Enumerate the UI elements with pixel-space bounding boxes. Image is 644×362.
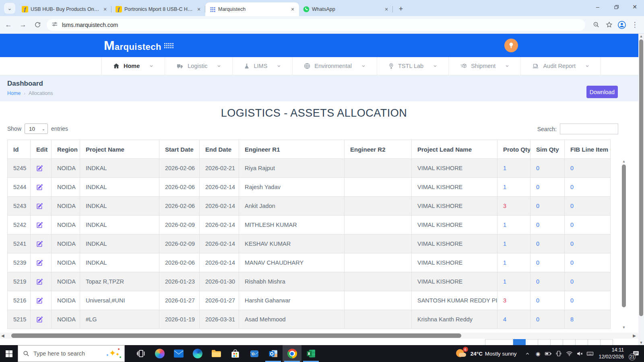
copilot-app-icon[interactable]	[150, 345, 169, 362]
cell-sim-qty[interactable]: 0	[530, 310, 565, 329]
site-info-icon[interactable]	[52, 21, 58, 29]
cell-proto-qty[interactable]: 1	[497, 159, 530, 178]
edge-app-icon[interactable]	[188, 345, 207, 362]
cell-fib-qty[interactable]: 0	[565, 159, 611, 178]
cell-fib-qty[interactable]: 8	[565, 310, 611, 329]
browser-menu-icon[interactable]: ⋮	[629, 19, 641, 31]
edit-icon[interactable]	[31, 216, 52, 234]
scroll-left-icon[interactable]: ◀	[1, 333, 4, 338]
outlook-classic-app-icon[interactable]	[264, 345, 283, 362]
column-header-sim-qty[interactable]: Sim Qty	[530, 140, 565, 159]
tab-list-chevron-icon[interactable]: ⌄	[4, 3, 15, 14]
table-vertical-scrollbar[interactable]: ▲ ▼	[621, 159, 627, 330]
tab-close-icon[interactable]: ✕	[102, 6, 108, 12]
pagination-page-button[interactable]	[576, 339, 588, 345]
cell-proto-qty[interactable]: 1	[497, 253, 530, 272]
minimize-button[interactable]: –	[588, 0, 607, 14]
back-icon[interactable]: ←	[2, 19, 14, 31]
edit-icon[interactable]	[31, 178, 52, 197]
pagination-page-button[interactable]	[588, 339, 601, 345]
restore-button[interactable]	[607, 0, 625, 14]
horizontal-scrollbar[interactable]: ◀ ▶	[0, 333, 638, 339]
profile-avatar-icon[interactable]	[616, 19, 628, 31]
horizontal-scrollbar-thumb[interactable]	[11, 333, 461, 338]
forward-icon[interactable]: →	[17, 19, 29, 31]
column-header-project-lead-name[interactable]: Project Lead Name	[412, 140, 497, 159]
scroll-up-icon[interactable]: ▲	[621, 159, 627, 164]
cell-sim-qty[interactable]: 0	[530, 178, 565, 197]
tab-close-icon[interactable]: ✕	[289, 6, 296, 12]
nav-item-lims[interactable]: LIMS	[233, 57, 293, 75]
new-tab-button[interactable]: +	[395, 3, 407, 14]
file-explorer-icon[interactable]	[207, 345, 226, 362]
column-header-end-date[interactable]: End Date	[200, 140, 239, 159]
pagination-previous-button[interactable]	[485, 339, 513, 345]
column-header-proto-qty[interactable]: Proto Qty	[497, 140, 530, 159]
pagination-page-button[interactable]	[538, 339, 551, 345]
cell-fib-qty[interactable]: 0	[565, 291, 611, 310]
column-header-engineer-r1[interactable]: Engineer R1	[239, 140, 345, 159]
cell-sim-qty[interactable]: 0	[530, 272, 565, 291]
cell-fib-qty[interactable]: 0	[565, 253, 611, 272]
column-header-project-name[interactable]: Project Name	[80, 140, 159, 159]
cell-proto-qty[interactable]: 1	[497, 178, 530, 197]
pagination-page-button[interactable]	[526, 339, 538, 345]
bookmark-star-icon[interactable]	[603, 19, 615, 31]
column-header-edit[interactable]: Edit	[31, 140, 52, 159]
taskbar-search-box[interactable]: Type here to search ✦✦✦	[18, 345, 125, 362]
microsoft-store-icon[interactable]	[226, 345, 245, 362]
phone-link-icon[interactable]	[554, 345, 564, 362]
notification-center-button[interactable]: 21	[628, 345, 644, 362]
chrome-app-icon[interactable]	[283, 345, 301, 362]
cell-sim-qty[interactable]: 0	[530, 291, 565, 310]
pagination-page-button[interactable]	[563, 339, 576, 345]
browser-tab-2[interactable]: fPortronics Mport 8 USB-C Hub,✕	[111, 2, 205, 16]
cell-proto-qty[interactable]: 3	[497, 291, 530, 310]
pagination[interactable]	[485, 339, 622, 345]
nav-item-audit-report[interactable]: Audit Report	[521, 57, 601, 75]
edit-icon[interactable]	[31, 253, 52, 272]
scroll-right-icon[interactable]: ▶	[633, 333, 636, 338]
nav-item-home[interactable]: Home	[101, 57, 165, 75]
touch-keyboard-icon[interactable]	[585, 345, 595, 362]
cell-sim-qty[interactable]: 0	[530, 216, 565, 234]
column-header-engineer-r2[interactable]: Engineer R2	[345, 140, 412, 159]
tab-close-icon[interactable]: ✕	[196, 6, 202, 12]
browser-tab-3[interactable]: Marquistech✕	[205, 2, 299, 16]
cell-fib-qty[interactable]: 0	[565, 197, 611, 216]
column-header-region[interactable]: Region	[52, 140, 80, 159]
cell-proto-qty[interactable]: 1	[497, 234, 530, 253]
close-window-button[interactable]: ✕	[625, 0, 644, 14]
tab-close-icon[interactable]: ✕	[383, 6, 390, 12]
column-header-fib-line-item-qty[interactable]: FIB Line Item Qty	[565, 140, 611, 159]
cell-fib-qty[interactable]: 0	[565, 178, 611, 197]
page-size-select[interactable]: 10 ⌄	[25, 123, 48, 134]
cell-proto-qty[interactable]: 1	[497, 272, 530, 291]
cell-fib-qty[interactable]: 0	[565, 272, 611, 291]
table-scrollbar-thumb[interactable]	[622, 165, 626, 307]
pagination-page-button[interactable]	[551, 339, 563, 345]
pagination-page-button[interactable]	[513, 339, 526, 345]
weather-widget[interactable]: 6 24°C Mostly sunny	[456, 348, 517, 359]
volume-muted-icon[interactable]	[575, 345, 584, 362]
browser-tab-1[interactable]: fUSB HUB- Buy Products Online✕	[18, 2, 111, 16]
column-header-start-date[interactable]: Start Date	[159, 140, 200, 159]
browser-tab-4[interactable]: WhatsApp✕	[299, 2, 393, 16]
download-button[interactable]: Download	[586, 86, 618, 98]
edit-icon[interactable]	[31, 291, 52, 310]
page-vertical-scrollbar[interactable]: ▲ ▼	[638, 34, 644, 345]
nav-item-shipment[interactable]: Shipment	[449, 57, 521, 75]
record-icon[interactable]: ◉	[533, 345, 543, 362]
outlook-new-app-icon[interactable]	[245, 345, 264, 362]
edit-icon[interactable]	[31, 159, 52, 178]
cell-fib-qty[interactable]: 0	[565, 216, 611, 234]
breadcrumb-home-link[interactable]: Home	[7, 90, 21, 96]
page-scrollbar-thumb[interactable]	[639, 39, 643, 316]
user-avatar[interactable]	[504, 39, 518, 52]
address-bar[interactable]: lsms.marquistech.com	[47, 19, 585, 31]
edit-icon[interactable]	[31, 310, 52, 329]
cell-proto-qty[interactable]: 3	[497, 197, 530, 216]
clock[interactable]: 14:11 12/02/2026	[599, 347, 624, 360]
edit-icon[interactable]	[31, 197, 52, 216]
nav-item-logistic[interactable]: Logistic	[165, 57, 233, 75]
